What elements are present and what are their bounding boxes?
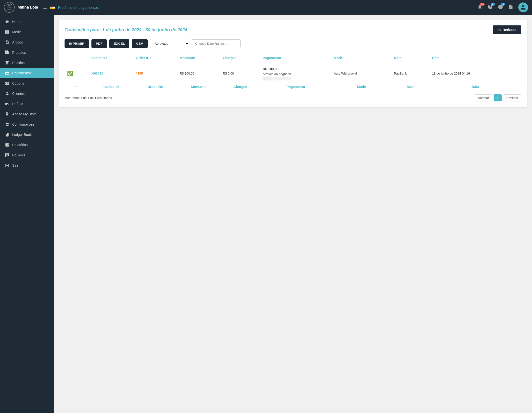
retirada-button[interactable]: R$ Retirada (493, 25, 521, 34)
sidebar-label-cupons: Cupons (12, 81, 24, 85)
header-row: Transações para: 1 de junho de 2024 - 30… (65, 25, 521, 34)
col-header-montante: Montante (177, 53, 220, 63)
sidebar-item-add-to-my-store[interactable]: Add to My Store (0, 109, 54, 119)
card-icon[interactable]: 💳 (50, 5, 55, 10)
sidebar-item-reviews[interactable]: Reviews (0, 150, 54, 160)
pdf-button[interactable]: PDF (91, 39, 107, 48)
transactions-table: Invoice ID Order IDs Montante Charges Pa… (65, 53, 521, 89)
proximo-button[interactable]: Próximo (503, 94, 521, 101)
sidebar-label-produtos: Produtos (12, 51, 26, 54)
sidebar-item-pedidos[interactable]: Pedidos (0, 58, 54, 68)
sair-icon (5, 163, 9, 168)
reports-icon[interactable] (508, 4, 513, 11)
user-avatar[interactable] (518, 2, 528, 12)
repeat-col-invoice: Invoice ID (88, 84, 133, 90)
sidebar-item-media[interactable]: Media (0, 27, 54, 37)
imprimir-button[interactable]: IMPRIMIR (65, 39, 89, 48)
sidebar-item-ledger-book[interactable]: Ledger Book (0, 130, 54, 140)
mode-value: Auto Withdrawal (331, 63, 391, 84)
col-header-mode: Mode (331, 53, 391, 63)
sidebar-label-refund: Refund (12, 102, 23, 106)
cupons-icon (5, 81, 9, 86)
toolbar: IMPRIMIR PDF EXCEL CSV Aprovado Pendente… (65, 39, 521, 48)
table-row: ✅ #000013 #155 R$ 100,00 R$ 0,00 R$ 100,… (65, 63, 521, 84)
announcements-badge: 0 (501, 3, 505, 6)
app-layout: Home Media Artigos Produtos Pedidos Paga… (0, 15, 532, 413)
sidebar-label-configuracoes: Configurações (12, 122, 34, 126)
sidebar-label-sair: Sair (12, 163, 18, 167)
help-button[interactable]: 0 (488, 4, 493, 11)
relatorios-icon (5, 143, 9, 147)
sidebar: Home Media Artigos Produtos Pedidos Paga… (0, 15, 54, 413)
row-status-icon: ✅ (65, 63, 88, 84)
reviews-icon (5, 153, 9, 157)
produtos-icon (5, 50, 9, 55)
sidebar-label-pedidos: Pedidos (12, 61, 25, 65)
artigos-icon (5, 40, 9, 44)
sidebar-label-ledger-book: Ledger Book (12, 133, 32, 137)
sidebar-label-add-to-my-store: Add to My Store (12, 112, 37, 116)
col-header-invoice: Invoice ID (88, 53, 133, 63)
pagamento-amount: R$ 100,00 (263, 66, 329, 72)
repeat-col-charges: Charges (220, 84, 260, 90)
sidebar-item-clientes[interactable]: Clientes (0, 88, 54, 99)
excel-button[interactable]: EXCEL (109, 39, 129, 48)
more-icon: ⋯ (74, 84, 78, 89)
current-page-button[interactable]: 1 (494, 94, 502, 101)
date-range-input[interactable] (192, 39, 241, 48)
sidebar-item-pagamentos[interactable]: Pagamentos (0, 68, 54, 78)
repeat-col-status: ⋯ (65, 84, 88, 90)
repeat-header-row: ⋯ Invoice ID Order IDs Montante Charges … (65, 84, 521, 90)
announcements-button[interactable]: 0 (498, 4, 503, 11)
repeat-col-pagamento: Pagamento (260, 84, 331, 90)
pagamento-account: (ACCO_••••••••••••••••••) (263, 76, 329, 81)
montante-value: R$ 100,00 (177, 63, 220, 84)
payment-history-card: Transações para: 1 de junho de 2024 - 30… (59, 20, 527, 107)
ledger-icon (5, 132, 9, 137)
refund-icon (5, 102, 9, 106)
col-header-status (65, 53, 88, 63)
home-icon (5, 20, 9, 24)
invoice-id-link[interactable]: #000013 (88, 63, 133, 84)
anterior-button[interactable]: Anterior (475, 94, 492, 101)
sidebar-label-pagamentos: Pagamentos (12, 71, 32, 75)
breadcrumb: Histórico de pagamentos (58, 5, 99, 10)
hamburger-icon[interactable]: ☰ (43, 5, 47, 10)
sidebar-item-configuracoes[interactable]: Configurações (0, 119, 54, 130)
order-id-link[interactable]: #155 (133, 63, 177, 84)
repeat-col-mode: Mode (331, 84, 391, 90)
sidebar-item-produtos[interactable]: Produtos (0, 47, 54, 58)
data-value: 18 de junho de 2024 04:16 (430, 63, 521, 84)
col-header-pagamento: Pagamento (260, 53, 331, 63)
topnav-right: 33 0 0 (477, 2, 528, 12)
sidebar-item-sair[interactable]: Sair (0, 160, 54, 171)
sidebar-item-home[interactable]: Home (0, 17, 54, 27)
sidebar-item-artigos[interactable]: Artigos (0, 37, 54, 47)
sidebar-label-artigos: Artigos (12, 40, 23, 44)
sidebar-label-clientes: Clientes (12, 92, 25, 96)
period-title: Transações para: 1 de junho de 2024 - 30… (65, 27, 187, 33)
bell-badge: 33 (480, 3, 485, 6)
col-header-charges: Charges (220, 53, 260, 63)
note-value: PagBank (391, 63, 430, 84)
sidebar-item-refund[interactable]: Refund (0, 99, 54, 109)
sidebar-item-cupons[interactable]: Cupons (0, 78, 54, 88)
pedidos-icon (5, 61, 9, 65)
pagination-controls: Anterior 1 Próximo (475, 94, 521, 101)
main-content: Transações para: 1 de junho de 2024 - 30… (54, 15, 532, 413)
col-header-note: Note (391, 53, 430, 63)
help-badge: 0 (491, 3, 495, 6)
pagination-summary: Mostrando 1 de 1 de 1 resultados (65, 96, 112, 100)
repeat-col-data: Data (430, 84, 521, 90)
pagamentos-icon (5, 71, 9, 75)
csv-button[interactable]: CSV (132, 39, 147, 48)
notifications-bell[interactable]: 33 (477, 4, 483, 11)
sidebar-item-relatorios[interactable]: Relatórios (0, 140, 54, 150)
pagination-row: Mostrando 1 de 1 de 1 resultados Anterio… (65, 94, 521, 101)
media-icon (5, 30, 9, 34)
sidebar-label-home: Home (12, 20, 21, 24)
settings-icon (5, 122, 9, 127)
col-header-order: Order IDs (133, 53, 177, 63)
charges-value: R$ 0,00 (220, 63, 260, 84)
status-filter[interactable]: Aprovado Pendente Cancelado (150, 39, 189, 48)
